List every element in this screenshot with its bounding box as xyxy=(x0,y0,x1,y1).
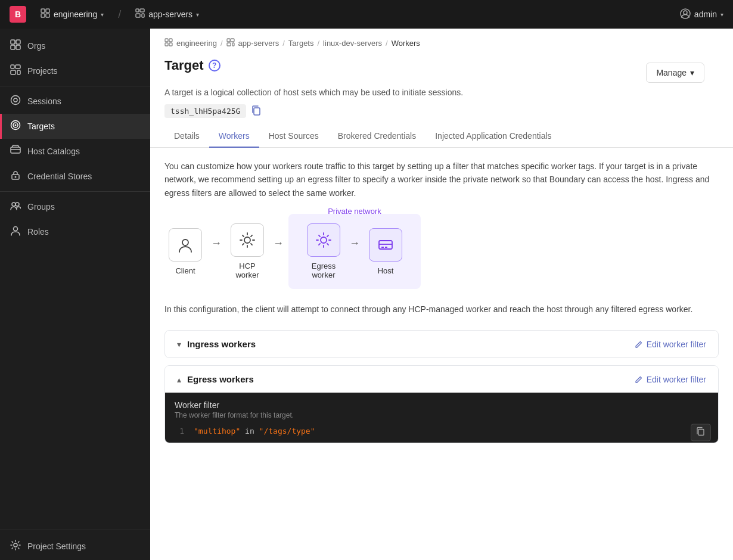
svg-point-39 xyxy=(182,239,188,245)
project-label: app-servers xyxy=(148,10,192,19)
ingress-edit-filter-link[interactable]: Edit worker filter xyxy=(635,340,706,349)
orgs-icon xyxy=(10,39,21,52)
sidebar-groups-label: Groups xyxy=(27,202,55,211)
worker-description: You can customize how your workers route… xyxy=(164,160,719,200)
svg-rect-23 xyxy=(11,147,20,153)
help-icon[interactable]: ? xyxy=(209,60,220,71)
client-label: Client xyxy=(175,266,195,275)
sidebar-item-project-settings[interactable]: Project Settings xyxy=(0,533,150,560)
filter-block-header: Worker filter The worker filter format f… xyxy=(165,393,718,422)
targets-icon xyxy=(10,120,21,133)
svg-rect-30 xyxy=(165,39,168,42)
host-catalogs-icon xyxy=(10,145,21,158)
project-selector[interactable]: app-servers ▾ xyxy=(131,6,204,23)
svg-rect-14 xyxy=(11,65,14,69)
svg-rect-34 xyxy=(227,39,230,42)
svg-point-25 xyxy=(15,176,17,178)
sidebar-orgs-label: Orgs xyxy=(27,41,45,51)
svg-point-41 xyxy=(321,237,327,243)
tab-injected-credentials[interactable]: Injected Application Credentials xyxy=(425,125,561,148)
svg-rect-0 xyxy=(41,9,45,13)
breadcrumb-targets[interactable]: Targets xyxy=(288,39,314,48)
sidebar-item-targets[interactable]: Targets xyxy=(0,114,150,139)
org-selector[interactable]: engineering ▾ xyxy=(36,6,108,23)
breadcrumb-org[interactable]: engineering xyxy=(176,39,217,48)
sidebar-item-credential-stores[interactable]: Credential Stores xyxy=(0,164,150,189)
copy-id-icon[interactable] xyxy=(251,105,262,118)
org-chevron-icon: ▾ xyxy=(101,11,104,18)
svg-rect-13 xyxy=(16,45,20,49)
sidebar-divider-1 xyxy=(0,86,150,86)
svg-point-29 xyxy=(14,543,17,547)
manage-chevron-icon: ▾ xyxy=(690,68,694,77)
svg-rect-37 xyxy=(232,43,234,46)
sidebar-targets-label: Targets xyxy=(27,122,55,131)
client-node: Client xyxy=(164,228,206,275)
manage-button[interactable]: Manage ▾ xyxy=(646,63,704,83)
sidebar-item-groups[interactable]: Groups xyxy=(0,194,150,219)
code-path: "/tags/type" xyxy=(259,427,315,435)
line-number: 1 xyxy=(165,427,194,435)
svg-rect-36 xyxy=(227,43,231,46)
svg-rect-31 xyxy=(169,39,172,42)
breadcrumb-sep-1: / xyxy=(220,39,223,48)
svg-rect-17 xyxy=(17,70,20,74)
breadcrumb-sep-3: / xyxy=(317,39,319,48)
id-badge: tssh_lhH5pa425G xyxy=(150,102,733,125)
org-label: engineering xyxy=(54,10,97,19)
worker-filter-block: Worker filter The worker filter format f… xyxy=(165,393,718,443)
egress-worker-node: Egressworker xyxy=(303,223,344,279)
projects-icon xyxy=(10,64,21,77)
egress-edit-filter-link[interactable]: Edit worker filter xyxy=(635,375,706,384)
svg-rect-12 xyxy=(11,45,15,49)
sessions-icon xyxy=(10,95,21,108)
svg-rect-7 xyxy=(142,14,144,17)
user-menu[interactable]: admin ▾ xyxy=(680,8,723,21)
breadcrumb-org-icon xyxy=(164,38,173,48)
target-id: tssh_lhH5pa425G xyxy=(164,104,246,118)
manage-label: Manage xyxy=(656,68,687,77)
egress-worker-icon-box xyxy=(307,223,340,257)
breadcrumb-project[interactable]: app-servers xyxy=(238,39,279,48)
config-note: In this configuration, the client will a… xyxy=(164,303,719,316)
page-title-area: Target ? xyxy=(164,58,220,73)
diagram-arrow-3: → xyxy=(349,237,360,250)
breadcrumb-linux-dev-servers[interactable]: linux-dev-servers xyxy=(323,39,382,48)
ingress-chevron-icon: ▾ xyxy=(177,340,181,349)
workers-content: You can customize how your workers route… xyxy=(150,148,733,462)
copy-code-button[interactable] xyxy=(691,424,711,441)
svg-point-19 xyxy=(14,98,17,102)
groups-icon xyxy=(10,200,21,213)
project-settings-label: Project Settings xyxy=(27,542,86,551)
tab-host-sources[interactable]: Host Sources xyxy=(259,125,328,148)
project-settings-icon xyxy=(10,540,21,553)
tab-workers[interactable]: Workers xyxy=(209,125,259,148)
ingress-section-left: ▾ Ingress workers xyxy=(177,339,256,349)
sidebar-host-catalogs-label: Host Catalogs xyxy=(27,147,80,156)
ingress-workers-section[interactable]: ▾ Ingress workers Edit worker filter xyxy=(164,330,719,358)
client-icon-box xyxy=(169,228,202,262)
tab-brokered-credentials[interactable]: Brokered Credentials xyxy=(328,125,426,148)
filter-block-title: Worker filter xyxy=(175,400,709,410)
svg-rect-16 xyxy=(11,70,15,74)
svg-rect-32 xyxy=(165,43,168,46)
project-icon xyxy=(135,8,145,20)
sidebar-item-sessions[interactable]: Sessions xyxy=(0,89,150,114)
code-string: "multihop" xyxy=(194,427,240,435)
app-logo[interactable]: B xyxy=(10,6,26,23)
egress-chevron-icon: ▴ xyxy=(177,375,181,384)
tab-details[interactable]: Details xyxy=(164,125,209,148)
sidebar-item-orgs[interactable]: Orgs xyxy=(0,33,150,58)
svg-point-27 xyxy=(15,203,19,206)
sidebar-sessions-label: Sessions xyxy=(27,97,61,106)
egress-section-left: ▴ Egress workers xyxy=(177,374,254,384)
sidebar-item-roles[interactable]: Roles xyxy=(0,219,150,244)
page-description: A target is a logical collection of host… xyxy=(150,83,733,102)
sidebar-item-projects[interactable]: Projects xyxy=(0,58,150,83)
host-node: Host xyxy=(365,228,406,275)
svg-point-26 xyxy=(12,203,15,206)
egress-section-header[interactable]: ▴ Egress workers Edit worker filter xyxy=(165,366,718,393)
sidebar-item-host-catalogs[interactable]: Host Catalogs xyxy=(0,139,150,164)
breadcrumb-project-icon xyxy=(226,38,235,48)
svg-rect-6 xyxy=(136,14,140,17)
